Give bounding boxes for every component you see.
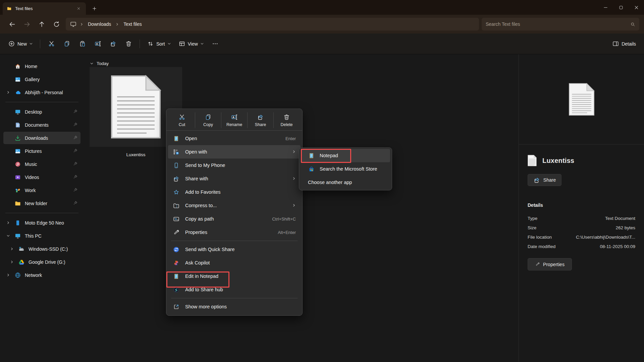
chevron-right-icon[interactable] — [5, 221, 11, 225]
up-button[interactable] — [34, 18, 49, 31]
close-button[interactable] — [629, 0, 644, 15]
toolbar-separator — [40, 40, 40, 48]
details-file-name: Luxentiss — [542, 157, 574, 165]
forward-button[interactable] — [19, 18, 34, 31]
breadcrumb[interactable]: Downloads Text files — [66, 18, 479, 31]
sidebar-item-new-folder[interactable]: New folder — [3, 197, 80, 209]
quick-action-label: Share — [255, 122, 266, 127]
copy-icon — [205, 114, 212, 121]
new-button[interactable]: New — [5, 37, 36, 51]
sidebar-item-label: Moto Edge 50 Neo — [25, 220, 64, 226]
details-pane-button[interactable]: Details — [609, 37, 639, 51]
sort-label: Sort — [156, 41, 165, 47]
menu-item-label: Send to My Phone — [185, 163, 225, 168]
chevron-right-icon — [292, 149, 296, 155]
submenu-item-choose-another-app[interactable]: Choose another app — [301, 176, 390, 189]
menu-item-label: Ask Copilot — [185, 260, 210, 265]
sidebar-item-this-pc[interactable]: This PC — [3, 230, 80, 242]
paste-button[interactable] — [75, 37, 90, 51]
details-share-button[interactable]: Share — [528, 174, 561, 186]
sidebar-item-downloads[interactable]: Downloads — [3, 132, 80, 144]
submenu-item-search-the-microsoft-store[interactable]: Search the Microsoft Store — [301, 162, 390, 176]
sidebar-item-home[interactable]: Home — [3, 60, 80, 72]
sidebar-item-label: Home — [25, 64, 37, 69]
menu-item-send-with-quick-share[interactable]: Send with Quick Share — [168, 243, 301, 256]
pin-icon — [73, 135, 78, 141]
quick-action-copy[interactable]: Copy — [195, 112, 221, 128]
sidebar-item-desktop[interactable]: Desktop — [3, 106, 80, 118]
sidebar-item-pictures[interactable]: Pictures — [3, 145, 80, 157]
sidebar-item-abhijith-personal[interactable]: Abhijith - Personal — [3, 86, 80, 99]
sidebar-item-documents[interactable]: Documents — [3, 119, 80, 131]
menu-item-show-more-options[interactable]: Show more options — [168, 300, 301, 313]
chevron-right-icon[interactable] — [9, 247, 14, 251]
details-row-value: 262 bytes — [615, 225, 635, 230]
details-file-header: Luxentiss — [519, 144, 644, 166]
delete-icon — [125, 40, 132, 47]
rename-button[interactable] — [90, 37, 105, 51]
breadcrumb-text-files[interactable]: Text files — [122, 20, 143, 28]
minimize-button[interactable] — [598, 0, 613, 15]
maximize-button[interactable] — [613, 0, 629, 15]
pin-icon — [73, 135, 78, 140]
notepad-icon — [173, 135, 180, 142]
sidebar-item-moto-edge-50-neo[interactable]: Moto Edge 50 Neo — [3, 217, 80, 229]
network-icon — [14, 272, 21, 279]
submenu-item-notepad[interactable]: Notepad — [301, 149, 390, 162]
menu-item-open[interactable]: OpenEnter — [168, 132, 301, 145]
sidebar-item-label: Gallery — [25, 77, 40, 82]
menu-item-ask-copilot[interactable]: Ask Copilot — [168, 256, 301, 269]
menu-item-properties[interactable]: PropertiesAlt+Enter — [168, 226, 301, 239]
menu-item-add-to-share-hub[interactable]: Add to Share hub — [168, 283, 301, 296]
menu-item-open-with[interactable]: Open with — [168, 145, 301, 159]
star-icon — [173, 189, 180, 196]
file-explorer-tab[interactable]: Text files — [3, 2, 86, 15]
breadcrumb-downloads[interactable]: Downloads — [87, 20, 112, 28]
share-label: Share — [543, 177, 556, 183]
phone-icon — [14, 220, 21, 226]
sidebar-item-windows-ssd-c-[interactable]: Windows-SSD (C:) — [7, 243, 80, 255]
menu-item-share-with[interactable]: Share with — [168, 172, 301, 185]
cut-button[interactable] — [44, 37, 59, 51]
text-document-icon — [569, 83, 595, 116]
tab-close-icon[interactable] — [74, 5, 83, 13]
quick-action-share[interactable]: Share — [247, 112, 273, 128]
sidebar-item-videos[interactable]: Videos — [3, 171, 80, 183]
sort-button[interactable]: Sort — [144, 37, 174, 51]
delete-button[interactable] — [121, 37, 136, 51]
quick-action-cut[interactable]: Cut — [169, 112, 195, 128]
group-header-today[interactable]: Today — [90, 61, 519, 66]
sidebar-item-label: Desktop — [25, 109, 42, 115]
sidebar-item-music[interactable]: Music — [3, 158, 80, 170]
sidebar-item-gallery[interactable]: Gallery — [3, 73, 80, 85]
view-label: View — [188, 41, 198, 47]
sidebar-item-google-drive-g-[interactable]: Google Drive (G:) — [7, 256, 80, 268]
menu-item-send-to-my-phone[interactable]: Send to My Phone — [168, 159, 301, 172]
menu-item-copy-as-path[interactable]: Copy as pathCtrl+Shift+C — [168, 212, 301, 226]
chevron-right-icon[interactable] — [5, 273, 11, 277]
chevron-right-icon[interactable] — [9, 260, 14, 264]
view-button[interactable]: View — [175, 37, 207, 51]
sidebar-item-network[interactable]: Network — [3, 269, 80, 281]
menu-item-compress-to[interactable]: Compress to... — [168, 199, 301, 212]
new-tab-button[interactable] — [89, 3, 100, 14]
chevron-down-icon[interactable] — [5, 234, 11, 238]
refresh-button[interactable] — [49, 18, 64, 31]
pin-icon — [73, 200, 78, 205]
quick-action-delete[interactable]: Delete — [273, 112, 300, 128]
menu-item-label: Show more options — [185, 304, 227, 309]
back-button[interactable] — [5, 18, 19, 31]
chevron-right-icon[interactable] — [5, 90, 11, 94]
menu-item-edit-in-notepad[interactable]: Edit in Notepad — [168, 269, 301, 283]
copy-button[interactable] — [59, 37, 74, 51]
compress-icon — [173, 202, 180, 209]
search-input[interactable]: Search Text files — [482, 18, 639, 31]
quick-action-rename[interactable]: Rename — [221, 112, 247, 128]
more-options-button[interactable] — [208, 37, 223, 51]
details-label: Details — [622, 41, 636, 47]
details-properties-button[interactable]: Properties — [528, 258, 572, 270]
sidebar-item-work[interactable]: Work — [3, 184, 80, 196]
share-button[interactable] — [106, 37, 120, 51]
menu-item-add-to-favorites[interactable]: Add to Favorites — [168, 185, 301, 199]
menu-divider — [171, 298, 298, 298]
